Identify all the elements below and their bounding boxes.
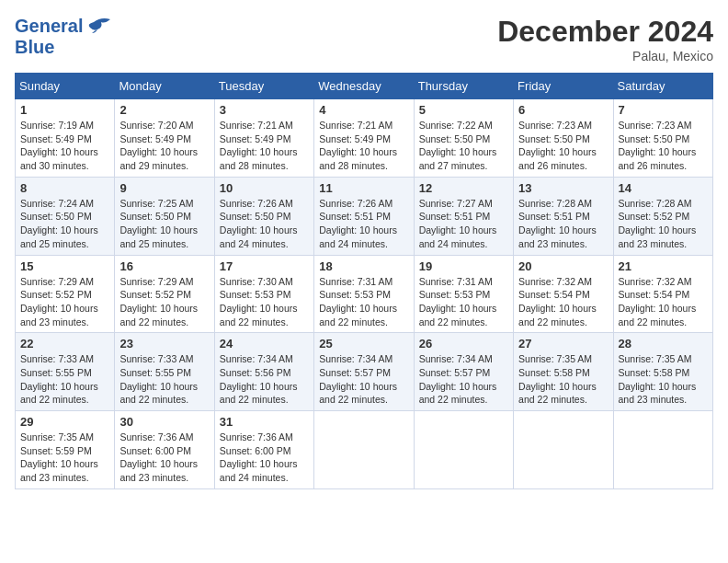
- header-tuesday: Tuesday: [214, 74, 313, 99]
- day-number: 9: [119, 181, 209, 195]
- calendar-cell: 15 Sunrise: 7:29 AM Sunset: 5:52 PM Dayl…: [16, 255, 115, 333]
- day-number: 30: [119, 415, 209, 429]
- day-info: Sunrise: 7:32 AM Sunset: 5:54 PM Dayligh…: [619, 275, 708, 329]
- calendar-week-row: 15 Sunrise: 7:29 AM Sunset: 5:52 PM Dayl…: [16, 255, 713, 333]
- calendar-cell: 16 Sunrise: 7:29 AM Sunset: 5:52 PM Dayl…: [115, 255, 214, 333]
- day-number: 23: [119, 337, 209, 350]
- day-info: Sunrise: 7:28 AM Sunset: 5:51 PM Dayligh…: [518, 197, 608, 251]
- day-number: 15: [20, 259, 109, 273]
- calendar-week-row: 22 Sunrise: 7:33 AM Sunset: 5:55 PM Dayl…: [16, 333, 713, 411]
- calendar-cell: 26 Sunrise: 7:34 AM Sunset: 5:57 PM Dayl…: [414, 333, 513, 411]
- day-number: 6: [518, 103, 608, 117]
- calendar-cell: 5 Sunrise: 7:22 AM Sunset: 5:50 PM Dayli…: [414, 99, 513, 178]
- calendar-cell: 25 Sunrise: 7:34 AM Sunset: 5:57 PM Dayl…: [314, 333, 414, 411]
- header-friday: Friday: [514, 74, 613, 99]
- day-info: Sunrise: 7:28 AM Sunset: 5:52 PM Dayligh…: [619, 197, 708, 251]
- calendar-cell: 3 Sunrise: 7:21 AM Sunset: 5:49 PM Dayli…: [214, 99, 313, 178]
- day-number: 31: [220, 415, 309, 429]
- calendar-week-row: 1 Sunrise: 7:19 AM Sunset: 5:49 PM Dayli…: [16, 99, 713, 178]
- day-info: Sunrise: 7:36 AM Sunset: 6:00 PM Dayligh…: [119, 431, 209, 485]
- day-info: Sunrise: 7:27 AM Sunset: 5:51 PM Dayligh…: [419, 197, 508, 251]
- day-number: 13: [518, 181, 608, 195]
- day-info: Sunrise: 7:21 AM Sunset: 5:49 PM Dayligh…: [220, 119, 309, 173]
- day-number: 27: [518, 337, 608, 350]
- header-saturday: Saturday: [613, 74, 712, 99]
- day-info: Sunrise: 7:23 AM Sunset: 5:50 PM Dayligh…: [518, 119, 608, 173]
- calendar-cell: [314, 411, 414, 489]
- calendar-cell: 23 Sunrise: 7:33 AM Sunset: 5:55 PM Dayl…: [115, 333, 214, 411]
- logo: General Blue: [15, 15, 112, 57]
- calendar-cell: 2 Sunrise: 7:20 AM Sunset: 5:49 PM Dayli…: [115, 99, 214, 178]
- day-info: Sunrise: 7:29 AM Sunset: 5:52 PM Dayligh…: [119, 275, 209, 329]
- day-info: Sunrise: 7:35 AM Sunset: 5:58 PM Dayligh…: [518, 352, 608, 407]
- calendar-cell: 27 Sunrise: 7:35 AM Sunset: 5:58 PM Dayl…: [514, 333, 613, 411]
- day-number: 21: [619, 259, 708, 273]
- day-number: 2: [119, 103, 209, 117]
- day-number: 25: [319, 337, 408, 350]
- calendar-week-row: 8 Sunrise: 7:24 AM Sunset: 5:50 PM Dayli…: [16, 177, 713, 255]
- day-info: Sunrise: 7:32 AM Sunset: 5:54 PM Dayligh…: [518, 275, 608, 329]
- calendar-cell: 20 Sunrise: 7:32 AM Sunset: 5:54 PM Dayl…: [514, 255, 613, 333]
- header-sunday: Sunday: [16, 74, 115, 99]
- header-thursday: Thursday: [414, 74, 513, 99]
- day-number: 17: [220, 259, 309, 273]
- day-info: Sunrise: 7:34 AM Sunset: 5:57 PM Dayligh…: [419, 352, 508, 407]
- calendar-header-row: Sunday Monday Tuesday Wednesday Thursday…: [16, 74, 713, 99]
- calendar-cell: 6 Sunrise: 7:23 AM Sunset: 5:50 PM Dayli…: [514, 99, 613, 178]
- calendar-cell: 11 Sunrise: 7:26 AM Sunset: 5:51 PM Dayl…: [314, 177, 414, 255]
- day-info: Sunrise: 7:26 AM Sunset: 5:50 PM Dayligh…: [220, 197, 309, 251]
- day-info: Sunrise: 7:36 AM Sunset: 6:00 PM Dayligh…: [220, 431, 309, 485]
- day-number: 1: [20, 103, 109, 117]
- calendar-cell: 10 Sunrise: 7:26 AM Sunset: 5:50 PM Dayl…: [214, 177, 313, 255]
- day-number: 22: [20, 337, 109, 350]
- day-info: Sunrise: 7:22 AM Sunset: 5:50 PM Dayligh…: [419, 119, 508, 173]
- calendar-cell: 9 Sunrise: 7:25 AM Sunset: 5:50 PM Dayli…: [115, 177, 214, 255]
- day-number: 24: [220, 337, 309, 350]
- calendar-cell: 13 Sunrise: 7:28 AM Sunset: 5:51 PM Dayl…: [514, 177, 613, 255]
- day-info: Sunrise: 7:33 AM Sunset: 5:55 PM Dayligh…: [119, 352, 209, 407]
- calendar-cell: 19 Sunrise: 7:31 AM Sunset: 5:53 PM Dayl…: [414, 255, 513, 333]
- day-info: Sunrise: 7:31 AM Sunset: 5:53 PM Dayligh…: [419, 275, 508, 329]
- day-info: Sunrise: 7:35 AM Sunset: 5:59 PM Dayligh…: [20, 431, 109, 485]
- header-wednesday: Wednesday: [314, 74, 414, 99]
- day-info: Sunrise: 7:21 AM Sunset: 5:49 PM Dayligh…: [319, 119, 408, 173]
- calendar-cell: 17 Sunrise: 7:30 AM Sunset: 5:53 PM Dayl…: [214, 255, 313, 333]
- calendar-cell: 8 Sunrise: 7:24 AM Sunset: 5:50 PM Dayli…: [16, 177, 115, 255]
- main-title: December 2024: [497, 15, 713, 49]
- day-number: 29: [20, 415, 109, 429]
- header-monday: Monday: [115, 74, 214, 99]
- day-info: Sunrise: 7:23 AM Sunset: 5:50 PM Dayligh…: [619, 119, 708, 173]
- day-info: Sunrise: 7:26 AM Sunset: 5:51 PM Dayligh…: [319, 197, 408, 251]
- day-info: Sunrise: 7:24 AM Sunset: 5:50 PM Dayligh…: [20, 197, 109, 251]
- calendar-cell: 21 Sunrise: 7:32 AM Sunset: 5:54 PM Dayl…: [613, 255, 712, 333]
- calendar-cell: [414, 411, 513, 489]
- calendar-cell: 4 Sunrise: 7:21 AM Sunset: 5:49 PM Dayli…: [314, 99, 414, 178]
- day-number: 12: [419, 181, 508, 195]
- calendar-cell: 7 Sunrise: 7:23 AM Sunset: 5:50 PM Dayli…: [613, 99, 712, 178]
- day-info: Sunrise: 7:33 AM Sunset: 5:55 PM Dayligh…: [20, 352, 109, 407]
- calendar-cell: 1 Sunrise: 7:19 AM Sunset: 5:49 PM Dayli…: [16, 99, 115, 178]
- calendar-cell: 30 Sunrise: 7:36 AM Sunset: 6:00 PM Dayl…: [115, 411, 214, 489]
- day-number: 18: [319, 259, 408, 273]
- logo-bird-icon: [85, 15, 112, 37]
- calendar-table: Sunday Monday Tuesday Wednesday Thursday…: [15, 73, 713, 489]
- page-header: General Blue December 2024 Palau, Mexico: [15, 15, 713, 63]
- calendar-cell: 12 Sunrise: 7:27 AM Sunset: 5:51 PM Dayl…: [414, 177, 513, 255]
- day-info: Sunrise: 7:31 AM Sunset: 5:53 PM Dayligh…: [319, 275, 408, 329]
- day-number: 8: [20, 181, 109, 195]
- day-info: Sunrise: 7:19 AM Sunset: 5:49 PM Dayligh…: [20, 119, 109, 173]
- day-number: 5: [419, 103, 508, 117]
- day-info: Sunrise: 7:34 AM Sunset: 5:56 PM Dayligh…: [220, 352, 309, 407]
- day-number: 26: [419, 337, 508, 350]
- calendar-cell: [613, 411, 712, 489]
- day-number: 20: [518, 259, 608, 273]
- day-info: Sunrise: 7:34 AM Sunset: 5:57 PM Dayligh…: [319, 352, 408, 407]
- day-number: 4: [319, 103, 408, 117]
- logo-line2: Blue: [15, 37, 112, 57]
- day-info: Sunrise: 7:25 AM Sunset: 5:50 PM Dayligh…: [119, 197, 209, 251]
- day-info: Sunrise: 7:20 AM Sunset: 5:49 PM Dayligh…: [119, 119, 209, 173]
- day-number: 7: [619, 103, 708, 117]
- calendar-cell: 28 Sunrise: 7:35 AM Sunset: 5:58 PM Dayl…: [613, 333, 712, 411]
- day-info: Sunrise: 7:35 AM Sunset: 5:58 PM Dayligh…: [619, 352, 708, 407]
- calendar-cell: 29 Sunrise: 7:35 AM Sunset: 5:59 PM Dayl…: [16, 411, 115, 489]
